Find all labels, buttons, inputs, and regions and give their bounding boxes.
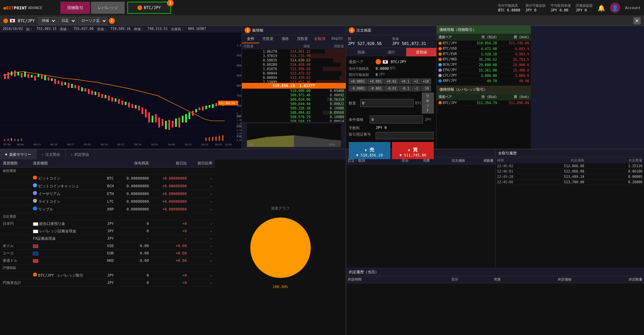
qty-input[interactable] — [360, 99, 414, 107]
order-inquiry-tab[interactable]: › 注文照会 — [37, 149, 66, 159]
chart-close-button[interactable]: ✕ — [633, 17, 641, 25]
ref-number-row: 取引照証番号 — [349, 132, 434, 139]
qty-btn-minus-1[interactable]: -1 — [412, 86, 420, 91]
execution-history-panel: 約定履歴（当日） 約定時間 区分 売買 約定価格 約定数量 — [346, 268, 644, 335]
spot-price-row[interactable]: LTC/JPY 3,800.00 3,800.0 — [437, 73, 531, 78]
price-type-select[interactable]: 仲値 — [38, 17, 56, 25]
qty-btn-plus-1[interactable]: +1 — [412, 79, 420, 84]
qty-btn-plus-01[interactable]: +0.1 — [399, 79, 411, 84]
ask-row[interactable]: 2.53889 513,052.96 — [242, 80, 346, 83]
ob-tab-buy-qty[interactable]: 買数量 — [294, 35, 311, 43]
asset-summary-tab[interactable]: ▼ 資産サマリー — [0, 149, 37, 159]
ask-row[interactable]: 0.00094 513,439.02 — [242, 76, 346, 80]
pair-selector-button[interactable]: BTC/JPY 1 — [127, 2, 171, 14]
ob-tab-cancel-all[interactable]: 全取消 — [311, 35, 329, 43]
bid-row[interactable]: 508,884.82 0.89568 — [242, 110, 346, 115]
spot-price-row[interactable]: BTC/EUR 3,928.10 4,903.9 — [437, 51, 531, 57]
coin-dot-icon — [438, 79, 442, 83]
pair-selector-container: BTC/JPY 1 — [127, 2, 171, 14]
trade-row: 22:45:06 513,700.00 0.20000 — [496, 180, 644, 185]
cond-price-input[interactable] — [370, 115, 423, 124]
section-label: 法定通貨 — [0, 213, 215, 220]
asset-coin-icon — [33, 206, 37, 210]
chart-low: 739,589.16 — [111, 27, 131, 32]
qty-btn-plus-00001[interactable]: +0.0001 — [349, 79, 367, 84]
asset-coin-icon — [33, 199, 37, 203]
spot-price-row[interactable]: BTC/JPY 510,856.28 511,745.00 — [437, 41, 531, 46]
qty-btn-minus-001[interactable]: -0.01 — [384, 86, 398, 91]
lev-price-row[interactable]: BTC/JPY 511,354.79 511,890.89 — [437, 100, 531, 106]
ask-row[interactable]: 1.81076 513,998.56 — [242, 67, 346, 71]
ob-tab-sell-qty[interactable]: 売数量 — [259, 35, 277, 43]
limit-order-tab[interactable]: 指値 — [346, 48, 376, 56]
asset-diff-cell: +0.00 — [152, 242, 189, 250]
asset-balance-cell: 0.00 — [117, 242, 152, 250]
asset-ratio-cell: - — [189, 235, 215, 242]
ask-row[interactable]: 3.97819 514,725.99 — [242, 54, 346, 58]
col-asset-type: 資産種類 — [30, 159, 101, 168]
pair-cell: BTC/JPY — [437, 41, 467, 46]
ref-number-input[interactable] — [376, 132, 434, 139]
qty-reset-button[interactable]: リセット — [422, 93, 434, 113]
bid-row[interactable]: 509,326.38 0.10000 — [242, 106, 346, 110]
asset-currency-cell: EUR — [101, 250, 117, 257]
qty-btn-plus-001[interactable]: +0.01 — [384, 79, 398, 84]
asset-summary-label: 資産サマリー — [9, 152, 31, 157]
ask-row[interactable]: 0.00044 513,472.62 — [242, 71, 346, 76]
execution-inquiry-tab[interactable]: › 約定照会 — [66, 149, 95, 159]
spot-price-row[interactable]: BCH/JPY 29,000.00 29,000.0 — [437, 62, 531, 67]
ask-row[interactable]: 0.00280 514,450.00 — [242, 62, 346, 67]
asset-name-cell: FX証拠金現金 — [30, 235, 101, 242]
qty-btn-minus-10[interactable]: -10 — [421, 86, 431, 91]
active-orders-panel: 執行中の注文 訂正・取消 区分 売買 注文価格 残数量 — [346, 149, 495, 268]
ob-tab-all[interactable]: 全件 — [242, 35, 259, 43]
sell-button[interactable]: ▼ 売 ▼ 510,856.28 — [349, 142, 390, 159]
ob-tab-price[interactable]: 価格 — [276, 35, 294, 43]
bid-row[interactable]: 509,973.46 0.00092 — [242, 93, 346, 97]
asset-name-cell: ビットコインキャッシュ — [30, 182, 101, 190]
svg-text:1,000,000: 1,000,000 — [237, 44, 242, 47]
qty-btn-minus-00001[interactable]: -0.0001 — [349, 86, 367, 91]
qty-label: 数量 — [349, 101, 360, 106]
col-buy-qty: 買数量 — [312, 44, 344, 49]
chart-type-select[interactable]: ローソク足 — [78, 17, 107, 25]
leverage-trading-button[interactable]: レバレッジ — [91, 2, 125, 14]
spot-trading-button[interactable]: 現物取引 — [60, 2, 90, 14]
col-time: 時間 — [497, 158, 526, 163]
asset-balance-cell: 0.00 — [117, 250, 152, 257]
chart-canvas[interactable]: 1,000,000 950,000 900,000 850,000 800,00… — [0, 33, 242, 149]
timeframe-select[interactable]: 日足 — [58, 17, 76, 25]
spot-price-row[interactable]: ETH/JPY 15,361.00 15,480.0 — [437, 67, 531, 73]
spot-price-row[interactable]: BTC/HKD 35,295.52 35,753.5 — [437, 57, 531, 62]
bid-row[interactable]: 509,834.86 0.76318 — [242, 97, 346, 102]
asset-table-area: 通貨種類 資産種類 保有残高 前日比 前日比率 仮想通貨 ビットコイン BTC … — [0, 159, 215, 335]
qty-btn-minus-0001[interactable]: -0.001 — [368, 86, 384, 91]
account-avatar[interactable]: 👤 — [610, 3, 620, 13]
pair-cell: BTC/USD — [437, 46, 467, 51]
pair-cell: XRP/JPY — [437, 78, 467, 84]
market-order-tab[interactable]: 成行 — [376, 48, 406, 56]
qty-btn-plus-0001[interactable]: +0.001 — [368, 79, 384, 84]
bid-row[interactable]: 510,000.00 0.05400 — [242, 89, 346, 93]
qty-btn-plus-10[interactable]: +10 — [421, 79, 431, 84]
spot-price-row[interactable]: BTC/USD 4,472.90 4,803.9 — [437, 46, 531, 51]
stop-order-tab[interactable]: 逆指値 — [406, 48, 436, 56]
bid-row[interactable]: 509,644.44 0.49822 — [242, 102, 346, 106]
qty-btn-minus-01[interactable]: -0.1 — [399, 86, 411, 91]
pair-badge: 1 — [167, 0, 174, 6]
bid-row[interactable]: 508,568.19 0.00014 — [242, 119, 346, 122]
asset-balance-cell: - — [117, 235, 152, 242]
spot-price-row[interactable]: XRP/JPY 49.70 49.98 — [437, 78, 531, 84]
notification-bell-icon[interactable]: 🔔 — [598, 4, 605, 11]
depth-svg: 505k 515k — [247, 124, 341, 147]
asset-type-cell: 香港ドル — [0, 257, 30, 265]
bid-row[interactable]: 508,578.19 0.10000 — [242, 115, 346, 119]
col-pair-lev: 通貨ペア — [437, 94, 467, 100]
ask-row[interactable]: 1.06270 514,901.22 — [242, 49, 346, 54]
ask-row[interactable]: 0.58835 514,630.63 — [242, 58, 346, 62]
account-label[interactable]: Account — [625, 6, 641, 10]
ob-tab-depth[interactable]: Depth — [329, 35, 346, 43]
buy-button[interactable]: ▼ 買 ▼ 511,745.00 — [392, 142, 434, 159]
col-prev-diff: 前日比 — [152, 159, 189, 168]
ask-cell: 3,800.0 — [499, 73, 531, 78]
